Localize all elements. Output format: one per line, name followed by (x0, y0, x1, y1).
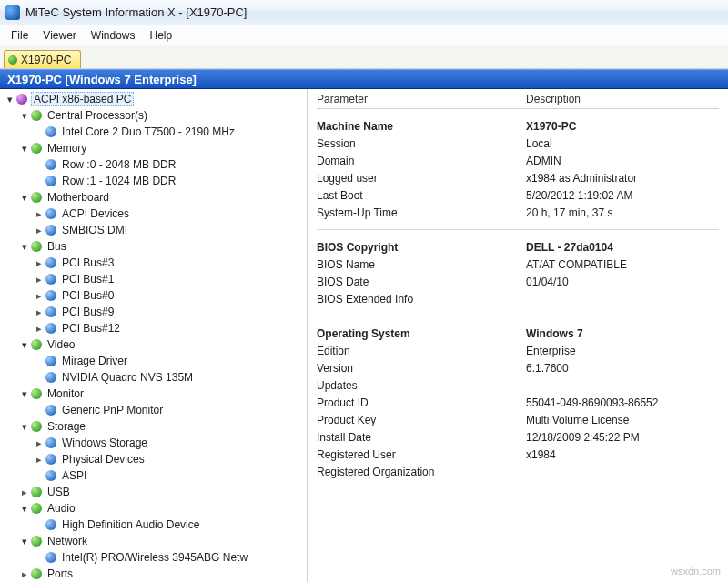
tree-video-1[interactable]: NVIDIA Quadro NVS 135M (2, 369, 307, 386)
tree-bus-0[interactable]: PCI Bus#0 (2, 287, 307, 304)
tree-video-0[interactable]: Mirage Driver (2, 353, 307, 369)
param-value: 01/04/10 (526, 274, 569, 291)
param-label: Install Date (317, 429, 526, 447)
param-label: Product ID (317, 395, 526, 412)
tree-cpu[interactable]: Central Processor(s) (2, 107, 307, 124)
tree-storage-windows[interactable]: Windows Storage (2, 435, 307, 451)
expand-icon[interactable] (18, 535, 31, 547)
tree-label: PCI Bus#12 (60, 322, 120, 335)
tree-monitor-0[interactable]: Generic PnP Monitor (2, 402, 307, 418)
tree-bus-3[interactable]: PCI Bus#3 (2, 255, 307, 271)
expand-icon[interactable] (18, 109, 31, 122)
expand-icon[interactable] (33, 207, 46, 220)
tree-usb[interactable]: USB (2, 484, 307, 500)
tree-pane[interactable]: ACPI x86-based PC Central Processor(s) I… (0, 89, 308, 582)
param-label: Version (317, 360, 526, 377)
tree-memory-row1[interactable]: Row :1 - 1024 MB DDR (2, 173, 307, 189)
node-icon (46, 274, 56, 285)
tab-active[interactable]: X1970-PC (4, 50, 81, 68)
tree-label: PCI Bus#3 (60, 256, 114, 269)
param-value: DELL - 27da0104 (526, 239, 613, 256)
expand-icon[interactable] (18, 191, 31, 204)
menu-help[interactable]: Help (143, 27, 180, 44)
expand-icon[interactable] (18, 142, 31, 155)
tree-bus-9[interactable]: PCI Bus#9 (2, 304, 307, 320)
node-icon (31, 388, 42, 399)
tree-label: ASPI (60, 469, 86, 482)
param-value: 5/20/2012 1:19:02 AM (526, 187, 632, 205)
expand-icon[interactable] (33, 453, 46, 466)
tree-label: Mirage Driver (60, 355, 127, 367)
expand-icon[interactable] (33, 289, 46, 302)
tree-label: Storage (46, 420, 86, 433)
tree-label: Intel Core 2 Duo T7500 - 2190 MHz (60, 125, 235, 138)
tree-network-0[interactable]: Intel(R) PRO/Wireless 3945ABG Netw (2, 549, 307, 566)
tree-motherboard[interactable]: Motherboard (2, 189, 307, 206)
expand-icon[interactable] (33, 224, 46, 236)
tree-video[interactable]: Video (2, 336, 307, 353)
tree-ports[interactable]: Ports (2, 566, 307, 582)
node-icon (46, 323, 56, 334)
node-icon (46, 552, 56, 563)
param-value: x1984 as Administrator (526, 170, 637, 187)
expand-icon[interactable] (18, 502, 31, 515)
param-value: Local (526, 135, 552, 153)
node-icon (46, 470, 56, 481)
tree-memory[interactable]: Memory (2, 140, 307, 156)
expand-icon[interactable] (4, 93, 16, 105)
node-icon (31, 110, 42, 121)
tree-bus[interactable]: Bus (2, 238, 307, 255)
param-label: System-Up Time (317, 205, 526, 222)
tree-label: Central Processor(s) (46, 109, 147, 122)
param-value: 6.1.7600 (526, 360, 569, 377)
menu-windows[interactable]: Windows (84, 27, 143, 44)
expand-icon[interactable] (18, 387, 31, 400)
col-description[interactable]: Description (526, 93, 581, 105)
tree-label: Motherboard (46, 191, 109, 204)
divider (317, 316, 719, 316)
expand-icon[interactable] (33, 436, 46, 449)
node-icon (46, 159, 56, 170)
tree-monitor[interactable]: Monitor (2, 386, 307, 402)
tree-root[interactable]: ACPI x86-based PC (2, 91, 307, 107)
param-value: 55041-049-8690093-86552 (526, 395, 658, 412)
expand-icon[interactable] (18, 567, 31, 580)
tree-acpi-devices[interactable]: ACPI Devices (2, 206, 307, 222)
menu-file[interactable]: File (4, 27, 35, 44)
watermark: wsxdn.com (671, 566, 721, 577)
expand-icon[interactable] (18, 420, 31, 433)
tree-network[interactable]: Network (2, 533, 307, 549)
tree-label: Row :0 - 2048 MB DDR (60, 158, 176, 171)
expand-icon[interactable] (33, 306, 46, 318)
tree-memory-row0[interactable]: Row :0 - 2048 MB DDR (2, 156, 307, 173)
tree-audio[interactable]: Audio (2, 500, 307, 517)
tab-label: X1970-PC (21, 54, 71, 66)
tree-bus-1[interactable]: PCI Bus#1 (2, 271, 307, 287)
expand-icon[interactable] (18, 240, 31, 253)
expand-icon[interactable] (33, 256, 46, 269)
node-icon (46, 356, 56, 366)
divider (317, 229, 719, 230)
expand-icon[interactable] (33, 273, 46, 286)
expand-icon[interactable] (18, 486, 31, 498)
param-value: ADMIN (526, 153, 561, 170)
param-label: Registered User (317, 447, 526, 464)
param-label: Logged user (317, 170, 526, 187)
tree-storage-aspi[interactable]: ASPI (2, 467, 307, 484)
tree-cpu-0[interactable]: Intel Core 2 Duo T7500 - 2190 MHz (2, 124, 307, 140)
detail-pane: Parameter Description Machine NameX1970-… (308, 89, 728, 582)
tree-bus-12[interactable]: PCI Bus#12 (2, 320, 307, 336)
tree-storage-physical[interactable]: Physical Devices (2, 451, 307, 467)
window-title: MiTeC System Information X - [X1970-PC] (25, 5, 247, 19)
tree-audio-0[interactable]: High Definition Audio Device (2, 517, 307, 533)
expand-icon[interactable] (33, 322, 46, 335)
tree-smbios[interactable]: SMBIOS DMI (2, 222, 307, 238)
tree-storage[interactable]: Storage (2, 418, 307, 435)
menu-viewer[interactable]: Viewer (35, 27, 83, 44)
node-icon (46, 372, 56, 383)
col-parameter[interactable]: Parameter (317, 93, 526, 105)
expand-icon[interactable] (18, 338, 31, 351)
param-label: BIOS Name (317, 256, 526, 274)
main-split: ACPI x86-based PC Central Processor(s) I… (0, 89, 728, 582)
tree-label: Memory (46, 142, 86, 155)
